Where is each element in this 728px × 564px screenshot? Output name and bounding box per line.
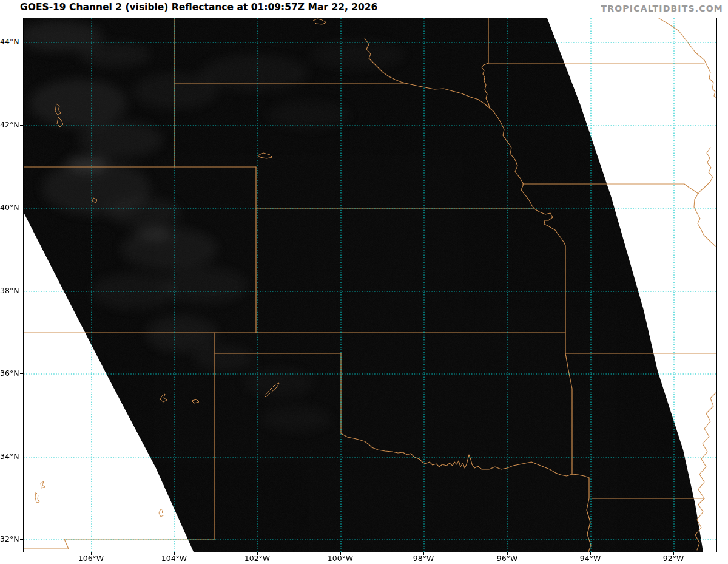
- axis-tick: [20, 457, 23, 457]
- axis-tick: [20, 291, 23, 291]
- lon-label-106w: 106°W: [70, 554, 112, 563]
- lon-label-94w: 94°W: [569, 554, 612, 563]
- lat-label-36n: 36°N: [0, 369, 19, 378]
- axis-tick: [20, 42, 23, 42]
- lon-label-98w: 98°W: [402, 554, 445, 563]
- axis-tick: [20, 125, 23, 126]
- border-32n-tx-nm: [24, 539, 215, 549]
- map-plot-area: [23, 18, 717, 552]
- lat-label-34n: 34°N: [0, 452, 19, 461]
- lon-label-100w: 100°W: [319, 554, 362, 563]
- lon-label-104w: 104°W: [153, 554, 195, 563]
- lon-label-102w: 102°W: [236, 554, 278, 563]
- axis-tick: [20, 539, 23, 540]
- lat-label-32n: 32°N: [0, 534, 19, 544]
- mississippi-river-upper: [659, 18, 716, 98]
- page-title: GOES-19 Channel 2 (visible) Reflectance …: [20, 2, 377, 13]
- lake-tx-small: [159, 509, 164, 517]
- lake-nm-1: [41, 481, 45, 488]
- lat-label-42n: 42°N: [0, 120, 19, 130]
- mississippi-river-middle: [694, 148, 716, 247]
- goes-satellite-page: { "title": "GOES-19 Channel 2 (visible) …: [0, 0, 728, 564]
- lake-nm-2: [35, 492, 39, 503]
- axis-tick: [20, 208, 23, 208]
- tropicaltidbits-watermark: TROPICALTIDBITS.COM: [601, 4, 723, 13]
- lon-label-92w: 92°W: [652, 554, 695, 563]
- satellite-map-svg: [24, 18, 716, 552]
- lon-label-96w: 96°W: [486, 554, 528, 563]
- axis-tick: [20, 373, 23, 374]
- lat-label-44n: 44°N: [0, 37, 19, 47]
- lat-label-38n: 38°N: [0, 286, 19, 296]
- lat-label-40n: 40°N: [0, 203, 19, 212]
